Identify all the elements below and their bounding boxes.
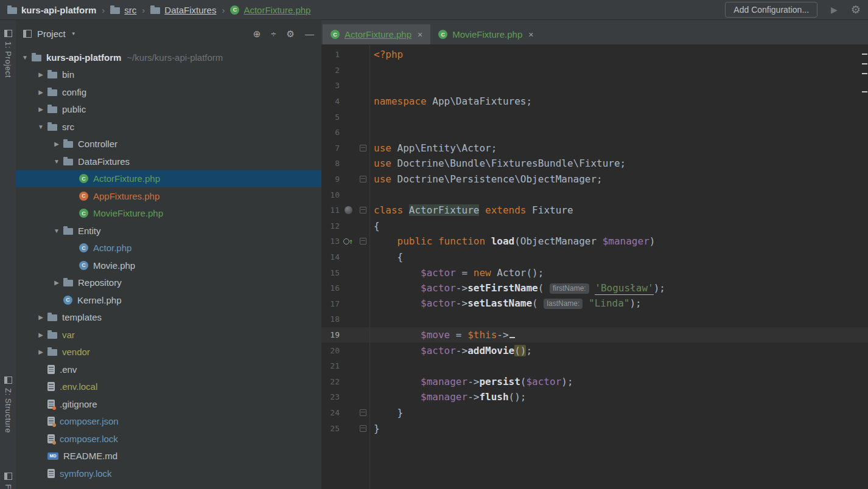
tree-item[interactable]: composer.json	[16, 413, 321, 431]
code-editor[interactable]: 1<?php234namespace App\DataFixtures;567u…	[321, 45, 868, 489]
locate-file-icon[interactable]: ⊕	[253, 29, 261, 40]
class-gutter-icon[interactable]	[344, 206, 353, 215]
expand-arrow[interactable]: ▼	[18, 54, 32, 61]
tree-item[interactable]: CAppFixtures.php	[16, 187, 321, 205]
tree-item[interactable]: ▼src	[16, 118, 321, 136]
line-number[interactable]: 6	[321, 128, 340, 137]
line-number[interactable]: 20	[321, 346, 340, 355]
line-number[interactable]: 1	[321, 50, 340, 59]
tree-item[interactable]: CMovieFixture.php	[16, 205, 321, 223]
line-number[interactable]: 16	[321, 283, 340, 293]
expand-arrow[interactable]: ▶	[50, 140, 63, 147]
editor-tab[interactable]: CMovieFixture.php×	[430, 24, 541, 44]
line-number[interactable]: 22	[321, 377, 340, 386]
expand-arrow[interactable]: ▶	[34, 331, 47, 338]
fold-marker-icon[interactable]	[360, 425, 366, 432]
breadcrumb-item[interactable]: CActorFixture.php	[230, 5, 310, 15]
code-line[interactable]: 24 }	[321, 405, 868, 421]
code-line[interactable]: 7use App\Entity\Actor;	[321, 140, 868, 156]
panel-title[interactable]: Project	[37, 29, 66, 39]
add-configuration-button[interactable]: Add Configuration...	[725, 2, 817, 18]
line-number[interactable]: 9	[321, 175, 340, 184]
fold-marker-icon[interactable]	[360, 409, 366, 416]
expand-arrow[interactable]: ▼	[34, 123, 47, 130]
chevron-down-icon[interactable]: ▼	[71, 31, 76, 36]
hide-panel-icon[interactable]: —	[305, 29, 314, 40]
run-icon[interactable]: ▶	[831, 5, 838, 15]
expand-arrow[interactable]: ▶	[34, 89, 47, 95]
line-number[interactable]: 5	[321, 113, 340, 122]
tree-item[interactable]: .gitignore	[16, 395, 321, 413]
code-line[interactable]: 25}	[321, 420, 868, 436]
code-line[interactable]: 13↑ public function load(ObjectManager $…	[321, 234, 868, 249]
code-line[interactable]: 6	[321, 125, 868, 140]
tree-item[interactable]: CActor.php	[16, 240, 321, 257]
collapse-all-icon[interactable]: ÷	[271, 29, 276, 40]
line-number[interactable]: 3	[321, 81, 340, 90]
expand-arrow[interactable]: ▶	[34, 71, 47, 78]
tree-item[interactable]: ▶public	[16, 101, 321, 119]
code-line[interactable]: 11class ActorFixture extends Fixture	[321, 203, 868, 218]
breadcrumb-item[interactable]: kurs-api-platform	[7, 5, 96, 15]
tree-item[interactable]: composer.lock	[16, 430, 321, 448]
code-line[interactable]: 20 $actor->addMovie();	[321, 342, 868, 358]
tree-item[interactable]: ▶Controller	[16, 136, 321, 153]
tree-item[interactable]: CKernel.php	[16, 291, 321, 309]
expand-arrow[interactable]: ▶	[34, 314, 47, 321]
line-number[interactable]: 23	[321, 392, 340, 401]
tree-item[interactable]: .env	[16, 361, 321, 378]
code-line[interactable]: 9use Doctrine\Persistence\ObjectManager;	[321, 172, 868, 187]
code-line[interactable]: 4namespace App\DataFixtures;	[321, 94, 868, 109]
favorites-toolwindow-button[interactable]: Favorites	[0, 473, 16, 489]
breadcrumb-item[interactable]: DataFixtures	[150, 5, 216, 15]
line-number[interactable]: 15	[321, 268, 340, 277]
line-number[interactable]: 14	[321, 252, 340, 262]
tree-item[interactable]: ▼DataFixtures	[16, 153, 321, 170]
code-line[interactable]: 2	[321, 63, 868, 78]
line-number[interactable]: 2	[321, 66, 340, 75]
editor-tab[interactable]: CActorFixture.php×	[323, 24, 430, 44]
line-number[interactable]: 17	[321, 299, 340, 308]
close-icon[interactable]: ×	[418, 30, 422, 40]
tree-item[interactable]: CActorFixture.php	[16, 170, 321, 188]
line-number[interactable]: 4	[321, 97, 340, 106]
tree-item[interactable]: ▼kurs-api-platform~/kurs/kurs-api-platfo…	[16, 49, 321, 66]
tree-item[interactable]: ▼Entity	[16, 222, 321, 240]
line-number[interactable]: 11	[321, 206, 340, 215]
tree-item[interactable]: ▶Repository	[16, 274, 321, 292]
close-icon[interactable]: ×	[528, 30, 533, 40]
code-line[interactable]: 12{	[321, 218, 868, 234]
line-number[interactable]: 19	[321, 330, 340, 339]
code-line[interactable]: 10	[321, 187, 868, 203]
expand-arrow[interactable]: ▼	[50, 227, 63, 234]
line-number[interactable]: 25	[321, 424, 340, 433]
panel-settings-icon[interactable]: ⚙	[287, 29, 295, 40]
line-number[interactable]: 13	[321, 237, 340, 246]
fold-marker-icon[interactable]	[360, 238, 366, 244]
tree-item[interactable]: ▶templates	[16, 309, 321, 327]
code-line[interactable]: 8use Doctrine\Bundle\FixturesBundle\Fixt…	[321, 156, 868, 172]
code-line[interactable]: 22 $manager->persist($actor);	[321, 373, 868, 389]
code-line[interactable]: 16 $actor->setFirstName( firstName: 'Bog…	[321, 280, 868, 296]
expand-arrow[interactable]: ▶	[34, 349, 47, 355]
line-number[interactable]: 8	[321, 159, 340, 168]
line-number[interactable]: 12	[321, 221, 340, 231]
expand-arrow[interactable]: ▼	[50, 158, 63, 165]
line-number[interactable]: 10	[321, 190, 340, 199]
code-line[interactable]: 21	[321, 358, 868, 374]
fold-marker-icon[interactable]	[360, 145, 366, 151]
breadcrumb-item[interactable]: src	[110, 5, 136, 15]
tree-item[interactable]: .env.local	[16, 378, 321, 396]
tree-item[interactable]: ▶var	[16, 326, 321, 344]
code-line[interactable]: 23 $manager->flush();	[321, 389, 868, 405]
line-number[interactable]: 21	[321, 361, 340, 370]
structure-toolwindow-button[interactable]: Z: Structure	[0, 376, 16, 433]
settings-gear-icon[interactable]: ⚙	[851, 3, 861, 16]
code-line[interactable]: 15 $actor = new Actor();	[321, 265, 868, 280]
code-line[interactable]: 14 {	[321, 249, 868, 265]
fold-marker-icon[interactable]	[360, 176, 366, 182]
tree-item[interactable]: ▶bin	[16, 66, 321, 84]
expand-arrow[interactable]: ▶	[34, 106, 47, 113]
code-line[interactable]: 5	[321, 109, 868, 125]
tree-item[interactable]: symfony.lock	[16, 465, 321, 482]
